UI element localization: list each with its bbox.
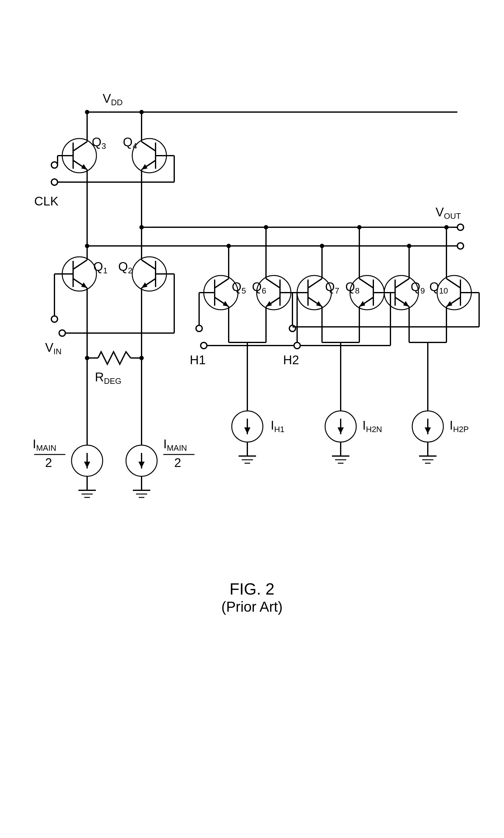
transistor-q3: Q3 (57, 112, 106, 218)
svg-text:Q10: Q10 (429, 280, 448, 295)
svg-point-76 (227, 244, 231, 248)
svg-point-77 (264, 225, 268, 229)
transistor-q2: Q2 (118, 218, 168, 358)
svg-text:Q8: Q8 (345, 280, 360, 295)
svg-text:2: 2 (174, 456, 181, 469)
svg-text:H1: H1 (190, 353, 206, 367)
svg-text:VIN: VIN (45, 341, 61, 356)
svg-point-72 (85, 244, 89, 248)
svg-text:RDEG: RDEG (95, 370, 121, 386)
svg-text:CLK: CLK (34, 194, 58, 208)
current-source-ih2n: IH2N (325, 402, 382, 463)
svg-point-39 (85, 110, 89, 114)
h1-pair: Q5 Q6 H1 (190, 225, 297, 402)
current-source-imain-left: IMAIN 2 (33, 358, 103, 497)
transistor-q1: Q1 (61, 218, 108, 358)
svg-text:H2: H2 (283, 353, 299, 367)
svg-text:Q2: Q2 (118, 260, 132, 275)
svg-point-94 (357, 225, 361, 229)
svg-text:Q6: Q6 (252, 280, 266, 295)
vin-input: VIN (45, 274, 174, 356)
current-source-ih1: IH1 (232, 402, 284, 463)
vdd-rail: VDD (87, 91, 457, 112)
svg-point-111 (444, 225, 449, 229)
svg-point-93 (320, 244, 324, 248)
clk-input: CLK (34, 162, 58, 208)
svg-text:IMAIN: IMAIN (163, 437, 187, 453)
svg-text:Q5: Q5 (232, 280, 246, 295)
figure-caption: FIG. 2 (Prior Art) (221, 580, 283, 615)
svg-text:FIG. 2: FIG. 2 (230, 580, 274, 598)
svg-text:2: 2 (45, 456, 52, 469)
svg-text:(Prior Art): (Prior Art) (221, 599, 283, 615)
transistor-q4: Q4 (57, 112, 174, 218)
svg-text:IH2P: IH2P (450, 418, 469, 434)
svg-text:VOUT: VOUT (435, 205, 461, 221)
svg-point-64 (85, 356, 89, 360)
svg-text:IH2N: IH2N (362, 418, 382, 434)
current-source-ih2p: IH2P (412, 402, 469, 463)
svg-text:Q4: Q4 (123, 135, 137, 151)
svg-point-71 (139, 225, 144, 229)
svg-point-65 (139, 356, 144, 360)
svg-text:Q7: Q7 (325, 280, 339, 295)
svg-point-40 (139, 110, 144, 114)
svg-point-110 (407, 244, 411, 248)
degeneration-resistor: RDEG (87, 352, 142, 386)
svg-text:Q3: Q3 (92, 135, 106, 151)
h2n-pair: Q7 Q8 H2 (283, 225, 391, 402)
svg-text:IMAIN: IMAIN (33, 437, 56, 453)
svg-text:Q9: Q9 (411, 280, 425, 295)
svg-text:VDD: VDD (103, 91, 123, 107)
svg-text:IH1: IH1 (271, 418, 284, 434)
h2p-pair: Q9 Q10 (292, 225, 479, 402)
svg-text:Q1: Q1 (93, 260, 108, 275)
current-source-imain-right: IMAIN 2 (126, 358, 195, 497)
